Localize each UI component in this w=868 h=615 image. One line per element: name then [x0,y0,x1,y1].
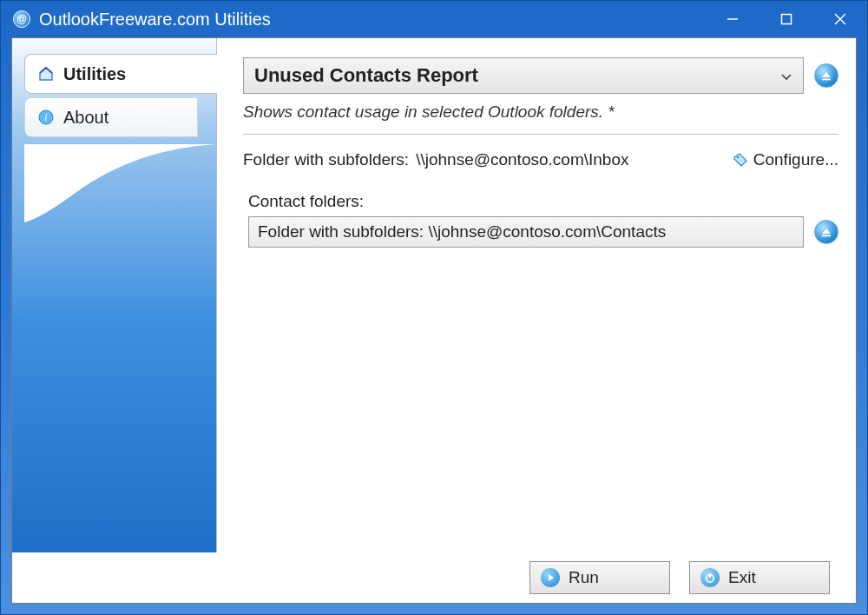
brand-main: Outlook Freeware [11,248,16,546]
window-title: OutlookFreeware.com Utilities [39,10,706,30]
play-icon [541,568,560,587]
eject-report-button[interactable] [814,63,838,88]
sidebar-tabs: Utilities i About [12,38,216,137]
main-panel: Unused Contacts Report Shows contact usa… [216,38,856,552]
close-icon [833,12,847,26]
tab-about[interactable]: i About [24,97,198,137]
window-controls [706,1,867,37]
contact-folders-input[interactable]: Folder with subfolders: \\johnse@contoso… [248,216,804,248]
configure-label: Configure... [753,150,838,169]
info-icon: i [37,109,55,126]
contact-folders-label: Contact folders: [243,192,838,211]
body-row: Utilities i About Outlook Freeware .com [12,38,856,552]
folder-value: \\johnse@contoso.com\Inbox [416,150,628,169]
power-icon [700,568,720,587]
home-icon [37,65,55,83]
eject-contact-button[interactable] [814,220,838,244]
maximize-icon [780,13,792,25]
eject-icon [820,226,832,238]
minimize-icon [727,13,739,25]
eject-icon [820,69,832,82]
run-label: Run [569,568,599,587]
configure-link[interactable]: Configure... [733,150,838,169]
sidebar: Utilities i About Outlook Freeware .com [12,38,216,552]
sidebar-curve-decoration [24,144,228,222]
brand-watermark: Outlook Freeware .com [11,157,17,546]
tab-label: About [63,108,108,128]
footer: Run Exit [12,552,856,603]
run-button[interactable]: Run [529,561,670,594]
titlebar[interactable]: @ OutlookFreeware.com Utilities [1,1,867,37]
report-header-row: Unused Contacts Report [243,57,838,94]
tab-label: Utilities [63,64,126,84]
brand-suffix: .com [11,157,16,248]
client-area: Utilities i About Outlook Freeware .com [11,37,857,604]
contact-folders-value: Folder with subfolders: \\johnse@contoso… [258,222,666,241]
app-icon: @ [13,10,30,28]
minimize-button[interactable] [706,1,760,37]
maximize-button[interactable] [760,1,813,37]
exit-label: Exit [728,568,756,587]
application-window: @ OutlookFreeware.com Utilities [0,0,868,615]
tab-utilities[interactable]: Utilities [24,54,217,94]
svg-rect-6 [822,79,831,81]
report-dropdown[interactable]: Unused Contacts Report [243,57,804,94]
svg-point-7 [736,156,739,159]
tag-icon [733,152,748,168]
svg-rect-8 [822,235,831,237]
svg-text:i: i [44,111,47,123]
folder-label: Folder with subfolders: [243,150,409,169]
close-button[interactable] [813,1,867,37]
svg-rect-1 [782,15,792,24]
report-description: Shows contact usage in selected Outlook … [243,102,838,135]
contact-folders-row: Folder with subfolders: \\johnse@contoso… [243,216,838,248]
folder-field-row: Folder with subfolders: \\johnse@contoso… [243,150,838,169]
report-title: Unused Contacts Report [254,64,478,87]
exit-button[interactable]: Exit [689,561,830,594]
chevron-down-icon [780,64,792,87]
